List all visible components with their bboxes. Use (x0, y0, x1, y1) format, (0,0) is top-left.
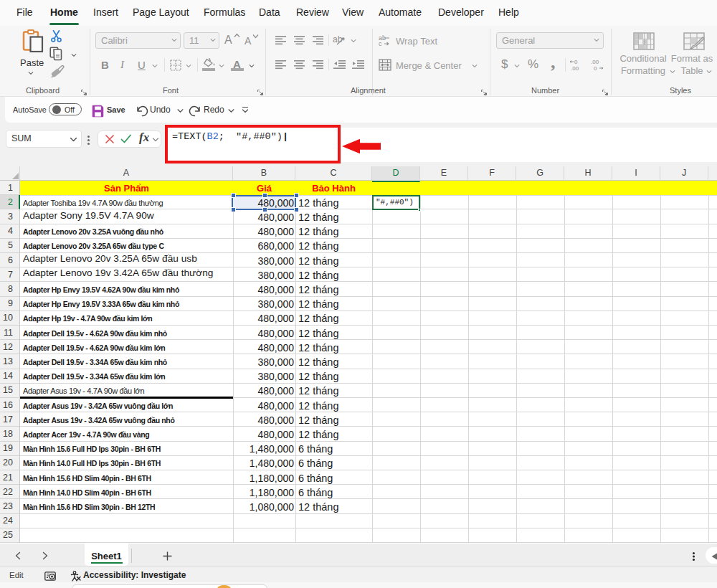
svg-text:c: c (379, 40, 382, 47)
svg-text:0: 0 (594, 65, 597, 71)
svg-text:.00: .00 (591, 59, 599, 65)
svg-text:.00: .00 (571, 65, 579, 71)
svg-text:0: 0 (574, 59, 578, 65)
